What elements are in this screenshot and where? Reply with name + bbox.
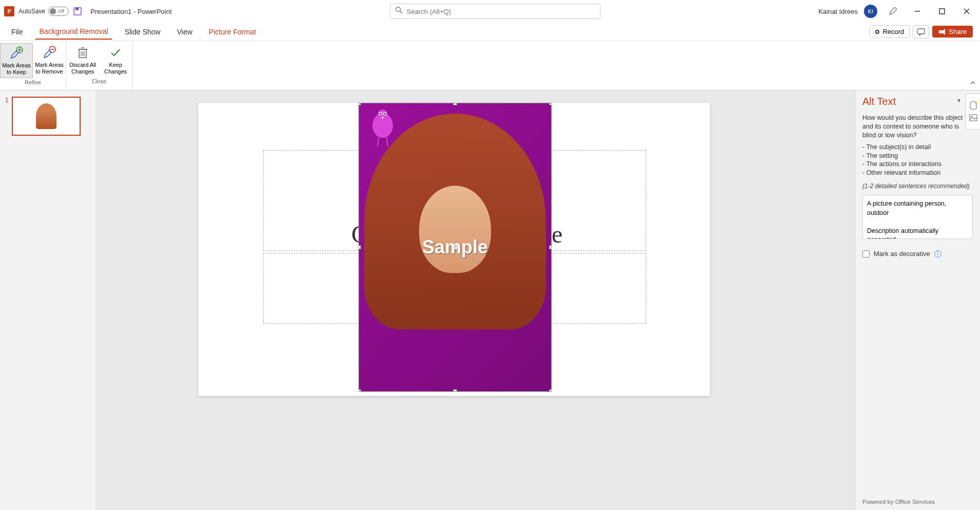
person-graphic	[378, 155, 532, 391]
powerpoint-icon: P	[4, 6, 14, 16]
alt-text-bullet3: - The actions or interactions	[862, 160, 973, 169]
selection-handle[interactable]	[549, 103, 552, 105]
svg-rect-5	[939, 9, 945, 14]
pencil-plus-icon	[9, 46, 24, 60]
autosave-control: AutoSave Off	[18, 7, 69, 16]
mark-keep-l1: Mark Areas	[2, 62, 31, 69]
design-ideas-icon	[969, 101, 978, 110]
username-label: Kainat Idrees	[818, 8, 858, 15]
selection-handle[interactable]	[359, 389, 361, 392]
record-icon	[875, 30, 879, 34]
autosave-state: Off	[58, 9, 64, 14]
main-area: 1 C e Sample	[0, 90, 980, 510]
alt-text-question: How would you describe this object and i…	[862, 114, 973, 140]
document-title: Presentation1 - PowerPoint	[90, 8, 172, 15]
selected-picture[interactable]: Sample	[359, 103, 552, 392]
slide[interactable]: C e Sample	[198, 103, 710, 396]
title-bar: P AutoSave Off Presentation1 - PowerPoin…	[0, 0, 980, 23]
svg-line-3	[400, 11, 402, 13]
share-button[interactable]: Share	[932, 26, 973, 38]
group-label-refine: Refine	[25, 78, 41, 87]
ribbon-group-refine: Mark Areas to Keep Mark Areas to Remove …	[0, 41, 66, 90]
record-button[interactable]: Record	[870, 25, 910, 38]
alt-text-footer: Powered by Office Services	[862, 499, 935, 505]
alt-text-textarea[interactable]	[862, 195, 973, 239]
decorative-label: Mark as decorative	[874, 250, 930, 258]
ribbon-group-close: Discard All Changes Keep Changes Close	[66, 41, 133, 90]
save-icon[interactable]	[73, 7, 82, 16]
thumbnail-item-1[interactable]: 1	[5, 97, 90, 136]
alt-text-hint: (1-2 detailed sentences recommended)	[862, 183, 973, 190]
titlebar-right: Kainat Idrees KI	[818, 4, 976, 19]
keep-l1: Keep	[109, 62, 122, 68]
autosave-label: AutoSave	[18, 8, 45, 15]
keep-changes-button[interactable]: Keep Changes	[99, 43, 132, 77]
alt-text-bullet1: - The subject(s) in detail	[862, 143, 973, 152]
svg-point-2	[396, 7, 401, 12]
user-avatar[interactable]: KI	[864, 5, 877, 18]
svg-line-27	[378, 137, 379, 147]
autosave-toggle[interactable]: Off	[48, 7, 69, 16]
discard-l2: Changes	[71, 68, 94, 75]
mark-areas-to-keep-button[interactable]: Mark Areas to Keep	[0, 43, 33, 78]
mark-as-decorative-checkbox[interactable]	[862, 250, 870, 258]
slide-canvas-area[interactable]: C e Sample	[96, 90, 855, 510]
group-label-close: Close	[92, 77, 106, 86]
alt-text-bullet4: - Other relevant information	[862, 169, 973, 177]
mark-remove-l1: Mark Areas	[35, 62, 64, 68]
tab-picture-format[interactable]: Picture Format	[205, 25, 260, 39]
selection-handle[interactable]	[549, 389, 552, 392]
pencil-minus-icon	[42, 45, 56, 60]
svg-point-25	[384, 113, 386, 115]
alt-text-pane: ▼ ✕ Alt Text How would you describe this…	[855, 90, 980, 510]
thumbnail-preview[interactable]	[12, 97, 81, 136]
person-face-graphic	[419, 186, 491, 273]
tabs-right: Record Share	[870, 25, 973, 39]
picture-icon	[969, 113, 978, 122]
svg-line-28	[387, 137, 388, 147]
record-label: Record	[882, 28, 904, 35]
close-button[interactable]	[957, 4, 976, 19]
pen-icon[interactable]	[883, 4, 902, 19]
mark-keep-l2: to Keep	[7, 69, 26, 76]
tab-slide-show[interactable]: Slide Show	[120, 25, 164, 39]
toggle-knob	[50, 8, 56, 14]
discard-all-changes-button[interactable]: Discard All Changes	[66, 43, 99, 77]
thumbnail-number: 1	[5, 97, 9, 136]
ribbon: Mark Areas to Keep Mark Areas to Remove …	[0, 41, 980, 90]
maximize-button[interactable]	[933, 4, 951, 19]
thumbnail-panel[interactable]: 1	[0, 90, 96, 510]
selection-handle[interactable]	[453, 103, 457, 105]
alt-text-bullet2: - The setting	[862, 152, 973, 160]
discard-l1: Discard All	[69, 62, 96, 68]
info-icon[interactable]: i	[934, 250, 941, 258]
share-label: Share	[949, 28, 967, 35]
comments-button[interactable]	[913, 25, 929, 39]
selection-handle[interactable]	[453, 389, 457, 392]
ribbon-collapse-button[interactable]	[970, 79, 976, 88]
search-input[interactable]	[407, 8, 595, 15]
search-icon	[395, 7, 403, 16]
titlebar-left: P AutoSave Off Presentation1 - PowerPoin…	[4, 6, 172, 16]
selection-handle[interactable]	[549, 245, 552, 249]
minimize-button[interactable]	[908, 4, 927, 19]
mark-remove-l2: to Remove	[35, 68, 63, 75]
sample-watermark: Sample	[422, 236, 488, 258]
keep-l2: Changes	[104, 68, 127, 75]
tab-background-removal[interactable]: Background Removal	[35, 24, 112, 40]
selection-handle[interactable]	[359, 103, 361, 105]
svg-point-24	[380, 113, 382, 115]
trash-icon	[76, 45, 90, 60]
tab-file[interactable]: File	[7, 25, 27, 39]
mark-areas-to-remove-button[interactable]: Mark Areas to Remove	[33, 43, 66, 78]
search-box[interactable]	[390, 4, 600, 19]
right-collapsed-sidebar[interactable]	[966, 94, 980, 130]
tabs-row: File Background Removal Slide Show View …	[0, 23, 980, 41]
selection-handle[interactable]	[359, 245, 361, 249]
alt-text-dropdown[interactable]: ▼	[956, 98, 962, 103]
svg-rect-1	[76, 8, 79, 10]
thumbnail-person-graphic	[36, 103, 56, 129]
checkmark-icon	[108, 45, 123, 60]
mark-as-decorative-control[interactable]: Mark as decorative i	[862, 250, 973, 258]
tab-view[interactable]: View	[173, 25, 196, 39]
